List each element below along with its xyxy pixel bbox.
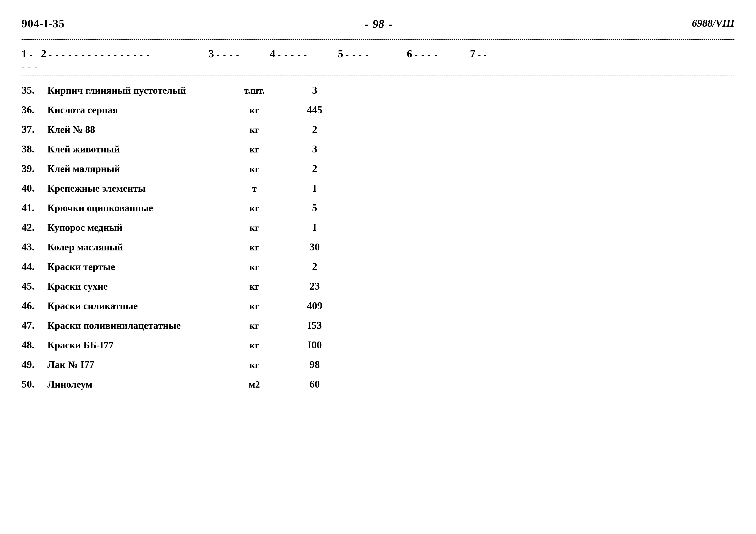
doc-number: 904-I-35	[21, 17, 65, 30]
row-unit: т	[224, 183, 284, 194]
col-header-2: 2 - - - - - - - - - - - - - - - -	[39, 47, 190, 60]
row-number: 35.	[21, 84, 47, 96]
col-header-5a: 5 - - - -	[319, 47, 388, 60]
table-row: 49. Лак № I77 кг 98	[21, 355, 735, 374]
row-unit: кг	[224, 301, 284, 312]
row-unit: кг	[224, 164, 284, 174]
row-number: 42.	[21, 221, 47, 233]
col7-num: 7	[470, 48, 475, 60]
table-row: 43. Колер масляный кг 30	[21, 237, 735, 257]
row-value: I	[284, 221, 345, 233]
row-value: 409	[284, 300, 345, 312]
row-unit: т.шт.	[224, 85, 284, 96]
row-unit: кг	[224, 320, 284, 331]
col3-num: 3	[209, 48, 214, 60]
col1-num: 1	[21, 48, 27, 60]
row-number: 38.	[21, 143, 47, 155]
row-number: 39.	[21, 163, 47, 174]
row-number: 43.	[21, 241, 47, 253]
row-name: Краски тертые	[47, 261, 224, 272]
table-row: 37. Клей № 88 кг 2	[21, 119, 735, 139]
row-unit: кг	[224, 261, 284, 272]
row-name: Кирпич глиняный пустотелый	[47, 85, 224, 96]
row-unit: кг	[224, 242, 284, 253]
row-value: I00	[284, 339, 345, 351]
row-unit: кг	[224, 222, 284, 233]
col5b-dashes: - - - -	[415, 50, 438, 59]
table-row: 38. Клей животный кг 3	[21, 139, 735, 159]
row-value: 2	[284, 163, 345, 174]
row-unit: кг	[224, 105, 284, 115]
row-number: 40.	[21, 182, 47, 194]
row-name: Крепежные элементы	[47, 183, 224, 194]
row-number: 45.	[21, 280, 47, 292]
row-unit: кг	[224, 359, 284, 370]
row-value: 5	[284, 202, 345, 214]
table-row: 47. Краски поливинилацетатные кг I53	[21, 316, 735, 335]
row-number: 36.	[21, 104, 47, 115]
table-row: 41. Крючки оцинкованные кг 5	[21, 198, 735, 217]
page-center: - 98 -	[364, 17, 392, 31]
row-number: 49.	[21, 359, 47, 370]
dash-left: -	[364, 18, 368, 30]
row-number: 37.	[21, 123, 47, 135]
table-row: 45. Краски сухие кг 23	[21, 276, 735, 296]
col2-dashes: - - - - - - - - - - - - - - - -	[49, 50, 150, 59]
row-name: Краски ББ-I77	[47, 339, 224, 351]
row-number: 46.	[21, 300, 47, 312]
col-header-5b: 6 - - - -	[388, 47, 457, 60]
row-value: 2	[284, 261, 345, 272]
row-value: 60	[284, 378, 345, 390]
col-header-7: 7 - -	[457, 47, 500, 60]
top-separator	[21, 39, 735, 40]
page-number: 98	[373, 17, 384, 31]
table-row: 46. Краски силикатные кг 409	[21, 296, 735, 316]
dash-right: -	[389, 18, 392, 30]
col4-num: 4	[270, 48, 275, 60]
table-row: 48. Краски ББ-I77 кг I00	[21, 335, 735, 355]
row-name: Краски сухие	[47, 281, 224, 292]
row-name: Кислота серная	[47, 104, 224, 115]
data-table: 35. Кирпич глиняный пустотелый т.шт. 3 3…	[21, 80, 735, 394]
row-name: Колер масляный	[47, 242, 224, 253]
row-name: Лак № I77	[47, 359, 224, 370]
col-header-4: 4 - - - - -	[258, 47, 319, 60]
table-row: 39. Клей малярный кг 2	[21, 159, 735, 178]
row-number: 50.	[21, 378, 47, 390]
column-headers: 1 - - - - 2 - - - - - - - - - - - - - - …	[21, 44, 735, 76]
table-row: 50. Линолеум м2 60	[21, 374, 735, 394]
row-name: Краски силикатные	[47, 300, 224, 312]
row-name: Клей малярный	[47, 163, 224, 174]
row-value: 30	[284, 241, 345, 253]
page-header: 904-I-35 - 98 - 6988/VIII	[21, 17, 735, 31]
row-number: 47.	[21, 319, 47, 331]
row-unit: кг	[224, 340, 284, 351]
row-name: Крючки оцинкованные	[47, 202, 224, 214]
col-header-3: 3 - - - -	[190, 47, 258, 60]
row-value: I53	[284, 319, 345, 331]
col2-num: 2	[41, 48, 46, 60]
row-unit: кг	[224, 203, 284, 214]
row-name: Клей № 88	[47, 124, 224, 135]
table-row: 44. Краски тертые кг 2	[21, 257, 735, 276]
row-value: 3	[284, 84, 345, 96]
row-value: 2	[284, 123, 345, 135]
row-number: 48.	[21, 339, 47, 351]
table-row: 42. Купорос медный кг I	[21, 217, 735, 237]
col5a-num: 5	[338, 48, 343, 60]
col3-dashes: - - - -	[217, 50, 240, 59]
row-unit: кг	[224, 124, 284, 135]
table-row: 35. Кирпич глиняный пустотелый т.шт. 3	[21, 80, 735, 100]
row-unit: м2	[224, 379, 284, 390]
row-name: Купорос медный	[47, 222, 224, 233]
ref-number: 6988/VIII	[692, 17, 735, 29]
row-value: 98	[284, 359, 345, 370]
row-name: Краски поливинилацетатные	[47, 320, 224, 331]
row-value: I	[284, 182, 345, 194]
col7-dashes: - -	[478, 50, 487, 59]
col4-dashes: - - - - -	[278, 50, 308, 59]
row-value: 445	[284, 104, 345, 115]
row-unit: кг	[224, 281, 284, 292]
table-row: 36. Кислота серная кг 445	[21, 100, 735, 119]
row-number: 41.	[21, 202, 47, 214]
